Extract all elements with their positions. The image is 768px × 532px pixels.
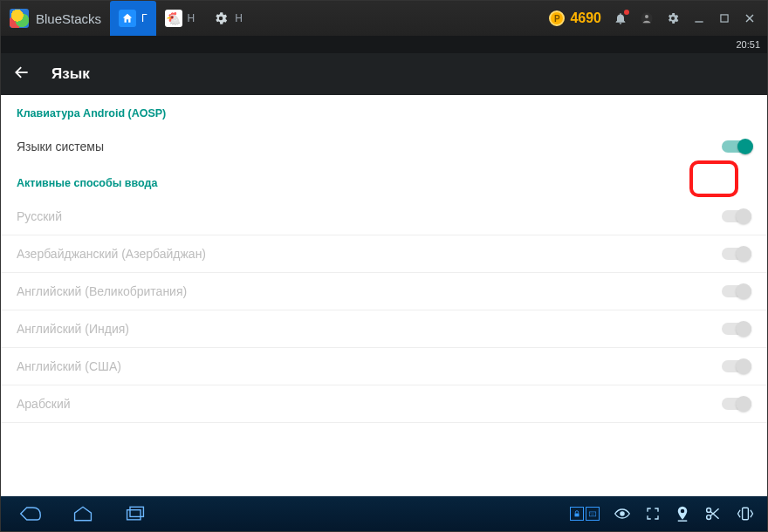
android-status-bar: 20:51 [1,36,767,53]
nav-back-button[interactable] [6,500,55,528]
row-lang-arabic: Арабский [1,385,767,423]
svg-rect-3 [721,15,728,22]
navbar-right [570,505,762,522]
tab-home[interactable]: Г [110,1,156,36]
row-system-languages-label: Языки системы [17,140,104,153]
row-lang-label: Арабский [17,397,71,411]
toggle-lang-azerbaijani [722,248,751,260]
scissors-button[interactable] [704,506,722,522]
eye-button[interactable] [614,508,631,520]
section-ime-header: Активные способы ввода [1,165,767,198]
tab-settings-label: Н [235,12,243,24]
svg-rect-10 [589,512,596,516]
row-lang-label: Английский (Индия) [17,322,129,336]
row-lang-english-in: Английский (Индия) [1,310,767,348]
toggle-lang-arabic [722,398,751,410]
svg-point-1 [645,15,648,18]
chicken-icon: 🐔 [165,10,182,27]
account-button[interactable] [640,11,654,25]
page-title: Язык [51,65,90,83]
status-time: 20:51 [736,39,760,50]
brand: BlueStacks [1,9,110,28]
notifications-button[interactable] [614,11,627,25]
toggle-lang-english-uk [722,285,751,297]
row-lang-label: Английский (США) [17,359,121,373]
tab-settings[interactable]: Н [203,1,251,36]
back-button[interactable] [13,64,31,85]
coin-counter[interactable]: P 4690 [549,10,601,26]
row-lang-label: Английский (Великобритания) [17,284,187,298]
keyboard-icon [586,507,600,521]
location-button[interactable] [675,505,690,522]
titlebar-right: P 4690 [549,10,767,26]
toggle-lang-english-in [722,323,751,335]
row-lang-english-uk: Английский (Великобритания) [1,273,767,310]
nav-home-button[interactable] [58,500,107,528]
svg-point-19 [707,515,711,520]
toggle-lang-english-us [722,360,751,372]
bluestacks-logo-icon [10,9,29,28]
row-lang-label: Русский [17,209,62,223]
svg-point-18 [707,508,711,512]
android-navbar [1,496,767,531]
row-lang-label: Азербайджанский (Азербайджан) [17,247,206,261]
svg-rect-7 [127,510,141,520]
tab-hayday[interactable]: 🐔 Н [156,1,204,36]
row-lang-english-us: Английский (США) [1,348,767,385]
tab-home-label: Г [141,12,147,24]
lock-icon [570,507,584,521]
minimize-button[interactable] [692,11,706,25]
navbar-left [6,500,160,528]
close-button[interactable] [743,11,757,25]
row-lang-azerbaijani: Азербайджанский (Азербайджан) [1,235,767,273]
tab-strip: Г 🐔 Н Н [110,1,251,36]
settings-appbar: Язык [1,53,767,95]
tab-hayday-label: Н [188,12,195,24]
coin-count: 4690 [570,10,601,26]
maximize-button[interactable] [718,12,730,24]
home-icon [119,10,136,27]
bluestacks-titlebar: BlueStacks Г 🐔 Н Н P 469 [1,1,767,36]
nav-recents-button[interactable] [111,500,160,528]
row-system-languages[interactable]: Языки системы [1,128,767,165]
row-lang-russian: Русский [1,198,767,235]
gear-icon [212,10,230,27]
svg-point-15 [621,512,624,515]
settings-content: Клавиатура Android (AOSP) Языки системы … [1,95,767,496]
settings-button[interactable] [666,11,680,25]
svg-point-16 [681,509,685,514]
section-keyboard-header: Клавиатура Android (AOSP) [1,95,767,128]
toggle-system-languages[interactable] [722,140,751,153]
svg-rect-9 [575,514,579,517]
coin-icon: P [549,10,565,26]
svg-rect-8 [130,507,143,516]
toggle-lang-russian [722,210,751,222]
fullscreen-button[interactable] [645,506,661,522]
shake-button[interactable] [736,505,755,522]
keymap-button[interactable] [570,507,600,521]
svg-rect-22 [743,508,749,520]
brand-text: BlueStacks [36,11,101,26]
